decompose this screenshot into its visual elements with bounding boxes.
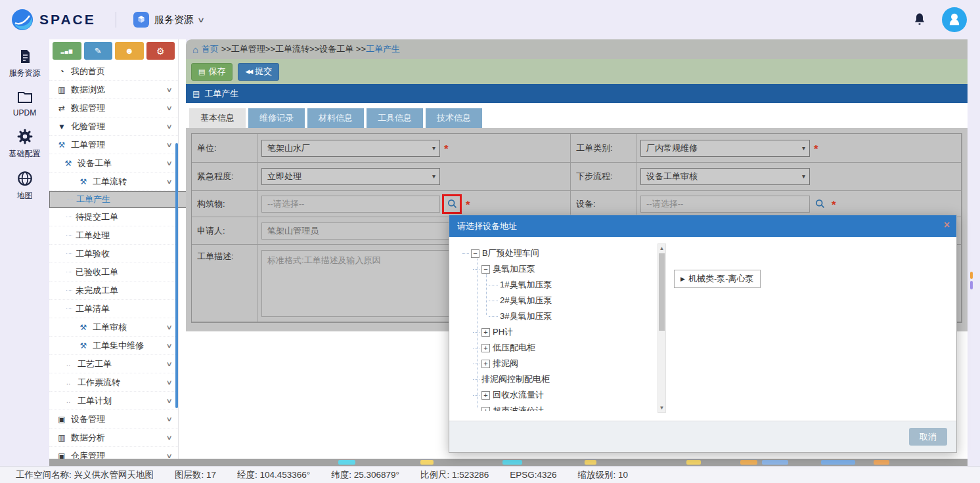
sidebar-item[interactable]: ⚒ 工单审核 ∨ ◀ bbox=[49, 318, 178, 337]
status-segment: 纬度: 25.306879° bbox=[331, 469, 399, 481]
dialog-footer: 取消 bbox=[449, 421, 956, 452]
tree-node[interactable]: 1#臭氧加压泵 bbox=[458, 277, 656, 293]
sidebar-item-label: 数据管理 bbox=[71, 102, 105, 114]
required-mark: * bbox=[832, 199, 836, 212]
sidebar-item[interactable]: ‥ 工单计划 ∨ ◀ bbox=[49, 392, 178, 410]
tree-node[interactable]: − B厂预处理车间 bbox=[458, 245, 656, 261]
tree-node[interactable]: + 超声波液位计 bbox=[458, 403, 656, 411]
sidebar-item[interactable]: ▥ 数据浏览 ∨ ◀ bbox=[49, 81, 178, 99]
rail-item-label: 服务资源 bbox=[9, 68, 41, 79]
tree-node[interactable]: + 排泥阀 bbox=[458, 356, 656, 371]
panel-header: ▤ 工单产生 bbox=[186, 84, 968, 103]
avatar[interactable] bbox=[942, 7, 967, 32]
tab[interactable]: 维修记录 bbox=[248, 108, 305, 128]
sidebar-item[interactable]: ▣ 设备管理 ∨ ◀ bbox=[49, 410, 178, 429]
sidebar-item[interactable]: ⇄ 数据管理 ∨ ◀ bbox=[49, 99, 178, 117]
tree-expand-toggle[interactable]: + bbox=[481, 344, 490, 352]
chart-button[interactable]: ▂▄▆ bbox=[53, 42, 81, 60]
cancel-button[interactable]: 取消 bbox=[909, 428, 947, 446]
menu-icon: ◔ bbox=[56, 67, 68, 76]
sidebar-item-label: 工单审核 bbox=[93, 322, 127, 333]
sidebar-item[interactable]: ⚒ 工单集中维修 ∨ ◀ bbox=[49, 337, 178, 355]
structure-search-button[interactable] bbox=[444, 196, 460, 212]
rail-item-base-config[interactable]: 基础配置 bbox=[9, 128, 41, 159]
sidebar-item[interactable]: ⚒ 工单管理 ∨ ◀ bbox=[49, 136, 178, 154]
device-input[interactable]: --请选择-- bbox=[640, 196, 810, 213]
device-type-node[interactable]: ▶ 机械类-泵-离心泵 bbox=[674, 270, 761, 288]
tree-node[interactable]: 2#臭氧加压泵 bbox=[458, 293, 656, 308]
save-button[interactable]: ▤ 保存 bbox=[191, 63, 233, 81]
sidebar-item[interactable]: ‥ 工作票流转 ∨ ◀ bbox=[49, 373, 178, 392]
tree-expand-toggle[interactable]: + bbox=[481, 391, 490, 400]
submit-button[interactable]: ◀◀ 提交 bbox=[238, 63, 279, 81]
sidebar-item[interactable]: 工单清单 ∨ ◀ bbox=[49, 300, 178, 318]
rail-item-label: 地图 bbox=[17, 190, 33, 201]
category-select[interactable]: 厂内常规维修 ▾ bbox=[640, 140, 810, 157]
users-button[interactable]: ☻ bbox=[115, 42, 144, 60]
breadcrumb-current[interactable]: 工单产生 bbox=[366, 43, 400, 55]
rail-item-updm[interactable]: UPDM bbox=[13, 89, 36, 117]
tree-node[interactable]: + 回收水流量计 bbox=[458, 387, 656, 403]
tab[interactable]: 材料信息 bbox=[307, 108, 364, 128]
sidebar-item[interactable]: ‥ 工艺工单 ∨ ◀ bbox=[49, 355, 178, 373]
tab[interactable]: 工具信息 bbox=[367, 108, 423, 128]
tree-expand-toggle[interactable]: − bbox=[471, 249, 479, 258]
rail-item-service-resource[interactable]: 服务资源 bbox=[9, 49, 41, 79]
device-tree: − B厂预处理车间 − 臭氧加压泵 1#臭氧加压泵 bbox=[458, 245, 656, 411]
tree-expand-toggle[interactable]: + bbox=[481, 360, 490, 368]
sidebar-item[interactable]: 工单验收 ∨ ◀ bbox=[49, 245, 178, 263]
bell-icon[interactable] bbox=[912, 12, 927, 28]
gears-button[interactable]: ⚙ bbox=[146, 42, 175, 60]
sidebar-item[interactable]: ▼ 化验管理 ∨ ◀ bbox=[49, 117, 178, 136]
required-mark: * bbox=[466, 199, 470, 212]
status-segment: 图层数: 17 bbox=[175, 469, 216, 481]
sidebar-item[interactable]: ◔ 我的首页 ∨ ◀ bbox=[49, 62, 178, 81]
sidebar-item[interactable]: 已验收工单 ∨ ◀ bbox=[49, 263, 178, 282]
tree-node[interactable]: 排泥阀控制配电柜 bbox=[458, 371, 656, 387]
tree-node[interactable]: + PH计 bbox=[458, 324, 656, 340]
edit-button[interactable]: ✎ bbox=[84, 42, 113, 60]
scroll-down-icon[interactable]: ▼ bbox=[658, 405, 665, 411]
document-icon bbox=[17, 49, 33, 64]
tree-expand-toggle[interactable]: − bbox=[481, 265, 490, 274]
tab-label: 维修记录 bbox=[259, 112, 294, 124]
tree-expand-toggle[interactable]: + bbox=[481, 328, 490, 337]
cube-icon bbox=[133, 12, 149, 28]
sidebar-item-label: 我的首页 bbox=[71, 66, 105, 77]
map-fragment bbox=[740, 460, 757, 465]
tab[interactable]: 技术信息 bbox=[426, 108, 482, 128]
sidebar-item[interactable]: ▥ 数据分析 ∨ ◀ bbox=[49, 429, 178, 447]
map-fragment bbox=[970, 281, 973, 289]
tab-label: 技术信息 bbox=[437, 112, 471, 124]
scrollbar-thumb[interactable] bbox=[659, 253, 665, 331]
tree-scrollbar[interactable]: ▲ ▼ bbox=[657, 243, 666, 413]
sidebar-item-label: 工单清单 bbox=[76, 303, 110, 315]
app-switcher[interactable]: 服务资源 ∨ bbox=[133, 12, 204, 28]
structure-cell: --请选择-- * bbox=[257, 191, 571, 217]
tree-node[interactable]: 3#臭氧加压泵 bbox=[458, 308, 656, 324]
menu-icon: ▣ bbox=[56, 415, 68, 424]
tab[interactable]: 基本信息 bbox=[189, 108, 246, 128]
device-search-button[interactable] bbox=[812, 196, 828, 212]
rail-item-map[interactable]: 地图 bbox=[16, 170, 33, 201]
sidebar-item[interactable]: ⚒ 工单流转 ∨ ◀ bbox=[49, 173, 178, 191]
sidebar-item[interactable]: ⚒ 设备工单 ∨ ◀ bbox=[49, 154, 178, 173]
tree-node[interactable]: + 低压配电柜 bbox=[458, 340, 656, 356]
sidebar-item[interactable]: 工单处理 ∨ ◀ bbox=[49, 226, 178, 245]
unit-select[interactable]: 笔架山水厂 ▾ bbox=[261, 140, 440, 157]
menu-icon: ⚒ bbox=[56, 140, 68, 150]
sidebar-scrollbar[interactable] bbox=[175, 143, 178, 408]
tree-node-label: 低压配电柜 bbox=[493, 342, 535, 354]
close-icon[interactable]: × bbox=[944, 219, 950, 231]
tree-node-label: B厂预处理车间 bbox=[482, 247, 539, 259]
tree-expand-toggle[interactable]: + bbox=[481, 407, 490, 411]
category-label: 工单类别: bbox=[571, 134, 636, 163]
sidebar-item[interactable]: 待提交工单 ∨ ◀ bbox=[49, 208, 178, 226]
sidebar-item[interactable]: 未完成工单 ∨ ◀ bbox=[49, 282, 178, 300]
urgency-select[interactable]: 立即处理 ▾ bbox=[261, 168, 440, 185]
structure-input[interactable]: --请选择-- bbox=[261, 196, 440, 213]
scroll-up-icon[interactable]: ▲ bbox=[658, 245, 665, 251]
breadcrumb-home-link[interactable]: 首页 bbox=[202, 43, 219, 55]
next-step-select[interactable]: 设备工单审核 ▾ bbox=[640, 168, 810, 185]
tree-node[interactable]: − 臭氧加压泵 bbox=[458, 261, 656, 277]
